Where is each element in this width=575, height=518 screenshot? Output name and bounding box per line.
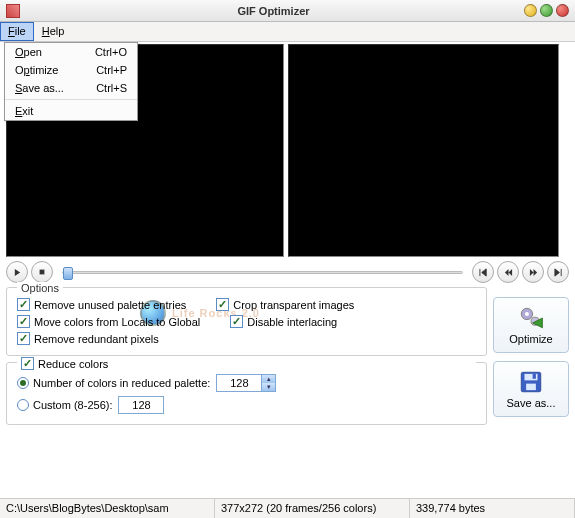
options-group: Options Remove unused palette entries Cr…: [6, 287, 487, 356]
first-frame-button[interactable]: [472, 261, 494, 283]
num-colors-spinner[interactable]: ▴▾: [262, 374, 276, 392]
shortcut: Ctrl+O: [95, 46, 127, 58]
saveas-label: Save as...: [507, 397, 556, 409]
options-legend: Options: [17, 282, 63, 294]
radio-icon: [17, 377, 29, 389]
shortcut: Ctrl+S: [96, 82, 127, 94]
preview-optimized: [288, 44, 559, 257]
menu-exit[interactable]: Exit: [5, 102, 137, 120]
first-icon: [479, 268, 488, 277]
chk-move-colors[interactable]: Move colors from Locals to Global: [17, 315, 200, 328]
minimize-button[interactable]: [524, 4, 537, 17]
menu-optimize[interactable]: Optimize Ctrl+P: [5, 61, 137, 79]
radio-custom[interactable]: Custom (8-256):: [17, 399, 112, 411]
chevron-down-icon: ▾: [262, 383, 275, 391]
menubar: File Help: [0, 22, 575, 42]
checkbox-icon: [17, 298, 30, 311]
gears-play-icon: [518, 305, 544, 331]
menu-separator: [5, 99, 137, 100]
menu-open[interactable]: Open Ctrl+O: [5, 43, 137, 61]
chk-remove-unused[interactable]: Remove unused palette entries: [17, 298, 186, 311]
prev-icon: [504, 268, 513, 277]
status-dims: 377x272 (20 frames/256 colors): [215, 499, 410, 518]
reduce-colors-group: Reduce colors Number of colors in reduce…: [6, 362, 487, 425]
window-title: GIF Optimizer: [26, 5, 521, 17]
stop-button[interactable]: [31, 261, 53, 283]
next-icon: [529, 268, 538, 277]
custom-colors-field[interactable]: 128: [118, 396, 164, 414]
statusbar: C:\Users\BlogBytes\Desktop\sam 377x272 (…: [0, 498, 575, 518]
checkbox-icon: [230, 315, 243, 328]
slider-thumb[interactable]: [63, 267, 73, 280]
prev-frame-button[interactable]: [497, 261, 519, 283]
svg-rect-6: [526, 384, 536, 391]
status-size: 339,774 bytes: [410, 499, 575, 518]
status-path: C:\Users\BlogBytes\Desktop\sam: [0, 499, 215, 518]
svg-point-2: [525, 312, 529, 316]
chk-disable-interlace[interactable]: Disable interlacing: [230, 315, 337, 328]
close-button[interactable]: [556, 4, 569, 17]
titlebar: GIF Optimizer: [0, 0, 575, 22]
play-icon: [13, 268, 22, 277]
save-icon: [518, 369, 544, 395]
saveas-button[interactable]: Save as...: [493, 361, 569, 417]
frame-slider[interactable]: [62, 271, 463, 274]
stop-icon: [38, 268, 46, 276]
chk-reduce-colors[interactable]: Reduce colors: [17, 357, 476, 370]
checkbox-icon: [17, 315, 30, 328]
last-icon: [554, 268, 563, 277]
last-frame-button[interactable]: [547, 261, 569, 283]
optimize-label: Optimize: [509, 333, 552, 345]
file-menu-dropdown: Open Ctrl+O Optimize Ctrl+P Save as... C…: [4, 42, 138, 121]
checkbox-icon: [21, 357, 34, 370]
radio-num-colors[interactable]: Number of colors in reduced palette:: [17, 377, 210, 389]
svg-rect-7: [533, 374, 536, 379]
playback-controls: [0, 257, 575, 285]
svg-rect-0: [40, 270, 45, 275]
menu-saveas[interactable]: Save as... Ctrl+S: [5, 79, 137, 97]
next-frame-button[interactable]: [522, 261, 544, 283]
shortcut: Ctrl+P: [96, 64, 127, 76]
chk-crop-transparent[interactable]: Crop transparent images: [216, 298, 354, 311]
menu-help[interactable]: Help: [34, 22, 73, 41]
maximize-button[interactable]: [540, 4, 553, 17]
optimize-button[interactable]: Optimize: [493, 297, 569, 353]
checkbox-icon: [216, 298, 229, 311]
radio-icon: [17, 399, 29, 411]
chevron-up-icon: ▴: [262, 375, 275, 383]
chk-remove-redundant[interactable]: Remove redundant pixels: [17, 332, 159, 345]
num-colors-field[interactable]: 128: [216, 374, 262, 392]
checkbox-icon: [17, 332, 30, 345]
play-button[interactable]: [6, 261, 28, 283]
menu-file[interactable]: File: [0, 22, 34, 41]
app-icon: [6, 4, 20, 18]
